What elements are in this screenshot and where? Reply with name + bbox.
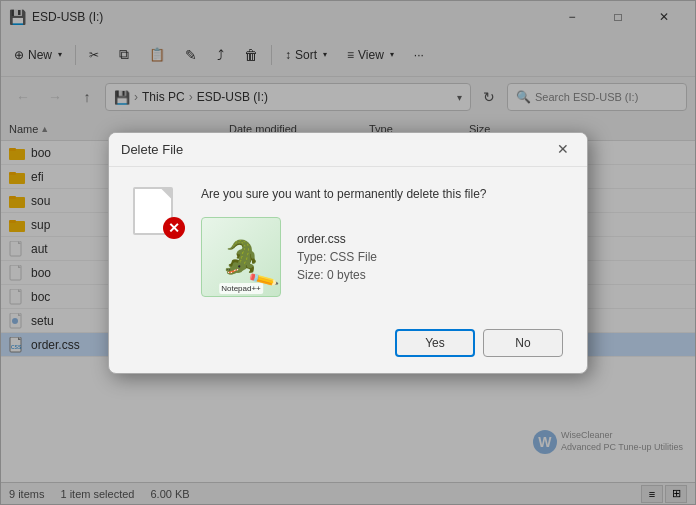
file-info-size: Size: 0 bytes bbox=[297, 268, 377, 282]
file-info-type: Type: CSS File bbox=[297, 250, 377, 264]
dialog-file-preview: 🐊 ✏️ Notepad++ order.css Type: CSS File … bbox=[201, 217, 563, 297]
dialog-title-bar: Delete File ✕ bbox=[109, 133, 587, 167]
notepad-icon: 🐊 ✏️ Notepad++ bbox=[201, 217, 281, 297]
file-info: order.css Type: CSS File Size: 0 bytes bbox=[297, 232, 377, 282]
dialog-footer: Yes No bbox=[109, 317, 587, 373]
delete-icon-container: ✕ bbox=[133, 187, 185, 239]
delete-dialog: Delete File ✕ ✕ Are you sure you want to… bbox=[108, 132, 588, 374]
no-button[interactable]: No bbox=[483, 329, 563, 357]
file-info-name: order.css bbox=[297, 232, 377, 246]
modal-overlay: Delete File ✕ ✕ Are you sure you want to… bbox=[0, 0, 696, 505]
dialog-close-button[interactable]: ✕ bbox=[551, 137, 575, 161]
dialog-body: ✕ Are you sure you want to permanently d… bbox=[109, 167, 587, 317]
notepad-label: Notepad++ bbox=[219, 283, 263, 294]
yes-button[interactable]: Yes bbox=[395, 329, 475, 357]
dialog-question: Are you sure you want to permanently del… bbox=[201, 187, 563, 201]
dialog-text-area: Are you sure you want to permanently del… bbox=[201, 187, 563, 297]
delete-x-icon: ✕ bbox=[163, 217, 185, 239]
dialog-title: Delete File bbox=[121, 142, 183, 157]
dialog-icon-area: ✕ bbox=[133, 187, 185, 297]
explorer-window: 💾 ESD-USB (I:) − □ ✕ ⊕ New ▾ ✂ ⧉ 📋 ✎ ⤴ bbox=[0, 0, 696, 505]
